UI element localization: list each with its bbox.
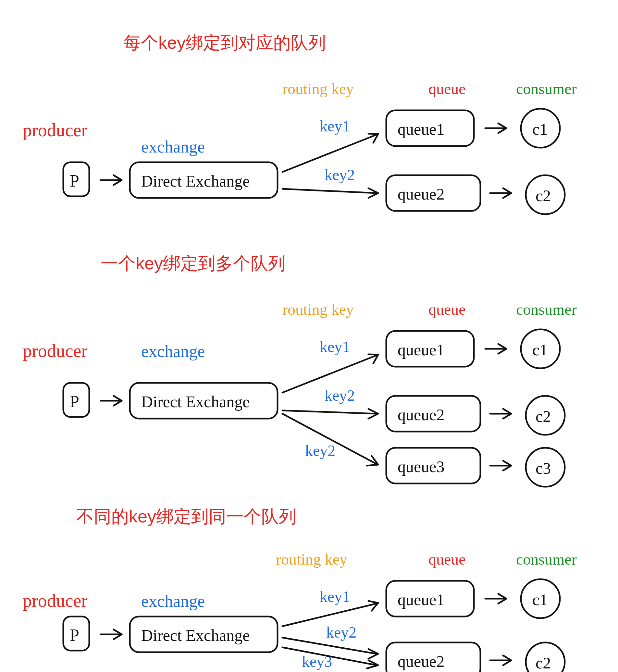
arrow-q1-c1-2: [485, 344, 506, 354]
arrow-q2-c2-3: [490, 656, 511, 665]
queue-header-1: queue: [428, 80, 466, 97]
exchange-text-1: Direct Exchange: [141, 172, 250, 190]
c1-text-2: c1: [532, 341, 547, 359]
queue-header-3: queue: [428, 551, 466, 568]
c2-text-3: c2: [535, 654, 551, 672]
consumer-header-3: consumer: [516, 551, 577, 568]
routing-key-label-1: routing key: [282, 80, 354, 97]
c1-text-1: c1: [532, 120, 547, 138]
key2-label-1: key2: [325, 166, 355, 183]
arrow-key2-1: [282, 188, 378, 198]
c1-text-3: c1: [532, 590, 547, 609]
arrow-p-to-exchange-1: [101, 175, 122, 185]
queue2-text-1: queue2: [398, 185, 444, 203]
diagram-3: 不同的key绑定到同一个队列 routing key queue consume…: [23, 507, 577, 672]
producer-text-1: P: [70, 172, 79, 190]
consumer-header-1: consumer: [516, 80, 577, 97]
arrow-q1-c1-1: [485, 123, 506, 133]
queue3-text-2: queue3: [398, 457, 444, 476]
c2-text-2: c2: [535, 407, 551, 425]
title-2: 一个key绑定到多个队列: [101, 253, 286, 273]
svg-line-7: [282, 411, 377, 414]
queue2-text-2: queue2: [398, 406, 444, 424]
producer-label-1: producer: [23, 120, 87, 140]
queue-header-2: queue: [428, 301, 466, 318]
queue2-text-3: queue2: [398, 652, 444, 670]
producer-text-3: P: [70, 626, 79, 645]
queue1-text-2: queue1: [398, 341, 444, 359]
arrow-p-to-exchange-3: [101, 630, 122, 639]
c3-text-2: c3: [535, 459, 551, 477]
exchange-text-3: Direct Exchange: [141, 626, 250, 645]
diagram-1: 每个key绑定到对应的队列 routing key queue consumer…: [23, 33, 577, 214]
diagram-2: 一个key绑定到多个队列 routing key queue consumer …: [23, 253, 577, 487]
key3-label-2: key2: [305, 442, 335, 459]
arrow-q3-c3-2: [490, 461, 511, 470]
key2-label-2: key2: [325, 387, 355, 404]
exchange-label-1: exchange: [141, 138, 205, 156]
key2-label-3: key2: [326, 624, 356, 641]
title-3: 不同的key绑定到同一个队列: [76, 507, 296, 526]
producer-text-2: P: [70, 392, 79, 411]
title-1: 每个key绑定到对应的队列: [123, 33, 326, 52]
exchange-text-2: Direct Exchange: [141, 393, 250, 411]
arrow-key2-2: [282, 409, 378, 419]
arrow-p-to-exchange-2: [101, 396, 122, 406]
key1-label-3: key1: [320, 588, 350, 605]
exchange-label-3: exchange: [141, 592, 205, 610]
arrow-q2-c2-2: [490, 409, 511, 419]
c2-text-1: c2: [535, 187, 551, 205]
svg-line-2: [282, 189, 377, 193]
routing-key-label-2: routing key: [282, 301, 354, 318]
queue1-text-1: queue1: [398, 120, 444, 138]
arrow-q2-c2-1: [490, 188, 511, 198]
arrow-q1-c1-3: [485, 594, 506, 603]
consumer-header-2: consumer: [516, 301, 577, 318]
producer-label-3: producer: [23, 590, 87, 611]
key1-label-1: key1: [320, 117, 350, 135]
producer-label-2: producer: [23, 341, 87, 361]
exchange-label-2: exchange: [141, 342, 205, 360]
svg-line-13: [282, 603, 377, 626]
routing-key-label-3: routing key: [276, 551, 347, 568]
queue1-text-3: queue1: [398, 590, 444, 609]
key1-label-2: key1: [320, 338, 350, 355]
